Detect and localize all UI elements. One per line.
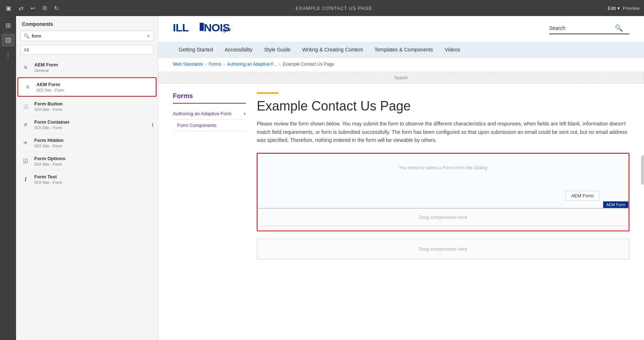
nav-videos[interactable]: Videos: [439, 42, 466, 58]
component-name-aem-form-general: AEM Form: [34, 62, 154, 67]
page-content: Example Contact Us Page Please review th…: [257, 92, 629, 333]
search-box: 🔍 ✕: [20, 31, 154, 41]
left-nav-link-form-components[interactable]: Form Components: [173, 120, 246, 131]
logo-svg: ILL NOIS .gov: [173, 20, 237, 35]
aem-form-badge: AEM Form: [603, 201, 628, 208]
site-nav: Getting Started Accessibility Style Guid…: [158, 42, 644, 58]
breadcrumb: Web Standards › Forms › Authoring an Ada…: [158, 58, 644, 70]
component-name-form-container: Form Container: [34, 119, 152, 125]
form-options-icon: ☑: [20, 156, 31, 166]
site-header: ILL NOIS .gov 🔍: [158, 16, 644, 42]
breadcrumb-sep-1: ›: [205, 62, 207, 67]
component-name-form-text: Form Text: [34, 174, 154, 179]
breadcrumb-authoring[interactable]: Authoring an Adaptive F...: [227, 62, 277, 67]
chevron-down-icon: ▾: [617, 5, 620, 11]
components-list: ≡ AEM Form General ≡ AEM Form SOI Site -…: [16, 58, 158, 340]
page-title-bar: EXAMPLE CONTACT US PAGE: [65, 5, 603, 11]
page-left-nav: Forms Authoring an Adaptive Form ▾ Form …: [173, 92, 246, 333]
component-form-button[interactable]: ⬜ Form Button SOI Site - Form: [16, 97, 158, 116]
component-form-text[interactable]: I Form Text SOI Site - Form: [16, 170, 158, 189]
components-header: Components: [16, 16, 158, 31]
clear-search-icon[interactable]: ✕: [147, 34, 150, 39]
component-form-options[interactable]: ☑ Form Options SOI Site - Form: [16, 152, 158, 170]
preview-button[interactable]: Preview: [623, 5, 640, 11]
component-sub-form-hidden: SOI Site - Form: [34, 144, 154, 148]
svg-text:ILL: ILL: [173, 21, 189, 34]
form-container-icon: ≡: [20, 120, 31, 130]
drag-drop-zone-2: Drag components here: [257, 239, 629, 259]
breadcrumb-current: Example Contact Us Page: [283, 62, 334, 67]
square-icon[interactable]: ▣: [4, 3, 13, 13]
svg-text:.gov: .gov: [222, 27, 231, 32]
form-button-icon: ⬜: [20, 101, 31, 112]
drag-drop-zone-1: Drag components here: [257, 208, 629, 226]
aem-form-inner: You need to select a Form from the Dialo…: [257, 154, 629, 208]
breadcrumb-forms[interactable]: Forms: [209, 62, 221, 67]
page-body: Forms Authoring an Adaptive Form ▾ Form …: [158, 85, 644, 340]
component-name-form-button: Form Button: [34, 101, 154, 107]
layout-icon[interactable]: ⇄: [17, 3, 25, 13]
nav-getting-started[interactable]: Getting Started: [173, 42, 219, 58]
undo-icon[interactable]: ↩: [29, 3, 37, 13]
component-name-form-options: Form Options: [34, 156, 154, 161]
copy-icon[interactable]: ⧉: [41, 3, 48, 13]
sidebar-icon-tree[interactable]: ⋮: [1, 48, 15, 61]
breadcrumb-sep-2: ›: [224, 62, 225, 67]
components-panel: Components 🔍 ✕ All ≡ AEM Form General ≡: [16, 16, 158, 340]
nav-style-guide[interactable]: Style Guide: [258, 42, 296, 58]
nav-templates-components[interactable]: Templates & Components: [369, 42, 439, 58]
aem-form-general-icon: ≡: [20, 62, 31, 73]
component-sub-form-button: SOI Site - Form: [34, 107, 154, 112]
search-icon: 🔍: [24, 33, 30, 39]
aem-form-container[interactable]: You need to select a Form from the Dialo…: [257, 153, 629, 231]
component-name-aem-form-soi: AEM Form: [36, 82, 151, 87]
breadcrumb-web-standards[interactable]: Web Standards: [173, 62, 203, 67]
component-sub-aem-form-general: General: [34, 68, 154, 73]
form-text-icon: I: [20, 174, 31, 185]
content-area: ILL NOIS .gov 🔍 Getting Started Accessib…: [158, 16, 644, 340]
component-name-form-hidden: Form Hidden: [34, 138, 154, 143]
aem-form-button[interactable]: AEM Form: [566, 191, 599, 201]
left-icon-strip: ⊞ ⊡ ⋮: [0, 16, 16, 340]
component-aem-form-general[interactable]: ≡ AEM Form General: [16, 58, 158, 77]
component-form-container[interactable]: ≡ Form Container SOI Site - Form ℹ: [16, 116, 158, 134]
component-sub-form-text: SOI Site - Form: [34, 180, 154, 185]
edit-button[interactable]: Edit ▾: [608, 5, 620, 11]
svg-rect-1: [200, 23, 204, 31]
site-logo: ILL NOIS .gov: [173, 20, 237, 38]
left-nav-link-authoring[interactable]: Authoring an Adaptive Form ▾: [173, 108, 246, 120]
form-container-info-icon[interactable]: ℹ: [152, 122, 154, 128]
component-sub-aem-form-soi: SOI Site - Form: [36, 88, 151, 92]
page-description: Please review the form shown below. You …: [257, 120, 629, 144]
component-sub-form-options: SOI Site - Form: [34, 162, 154, 166]
top-bar: ▣ ⇄ ↩ ⧉ ↻ EXAMPLE CONTACT US PAGE Edit ▾…: [0, 0, 644, 16]
aem-form-soi-icon: ≡: [23, 82, 33, 92]
page-heading: Example Contact Us Page: [257, 98, 629, 114]
accent-bar: [257, 92, 279, 94]
header-search-bar: 🔍: [549, 24, 629, 34]
spacer-bar: Spacer: [158, 72, 644, 84]
breadcrumb-sep-3: ›: [279, 62, 280, 67]
header-search-input[interactable]: [549, 25, 615, 31]
header-search-icon[interactable]: 🔍: [615, 24, 623, 32]
form-hidden-icon: 👁: [20, 138, 31, 148]
sidebar-icon-assets[interactable]: ⊡: [1, 34, 15, 47]
filter-select[interactable]: All: [20, 45, 154, 55]
nav-accessibility[interactable]: Accessibility: [219, 42, 258, 58]
component-aem-form-soi[interactable]: ≡ AEM Form SOI Site - Form: [18, 77, 156, 97]
component-sub-form-container: SOI Site - Form: [34, 125, 152, 130]
nav-writing-content[interactable]: Writing & Creating Content: [296, 42, 369, 58]
right-edge-handle[interactable]: [641, 155, 644, 185]
main-layout: ⊞ ⊡ ⋮ Components 🔍 ✕ All ≡ AEM Form Gene…: [0, 16, 644, 340]
authoring-arrow-icon: ▾: [244, 111, 246, 116]
component-form-hidden[interactable]: 👁 Form Hidden SOI Site - Form: [16, 134, 158, 152]
refresh-icon[interactable]: ↻: [53, 3, 60, 13]
aem-form-placeholder: You need to select a Form from the Dialo…: [265, 161, 621, 170]
search-input[interactable]: [32, 33, 143, 39]
left-nav-section-title: Forms: [173, 92, 246, 104]
sidebar-icon-components[interactable]: ⊞: [1, 19, 15, 32]
